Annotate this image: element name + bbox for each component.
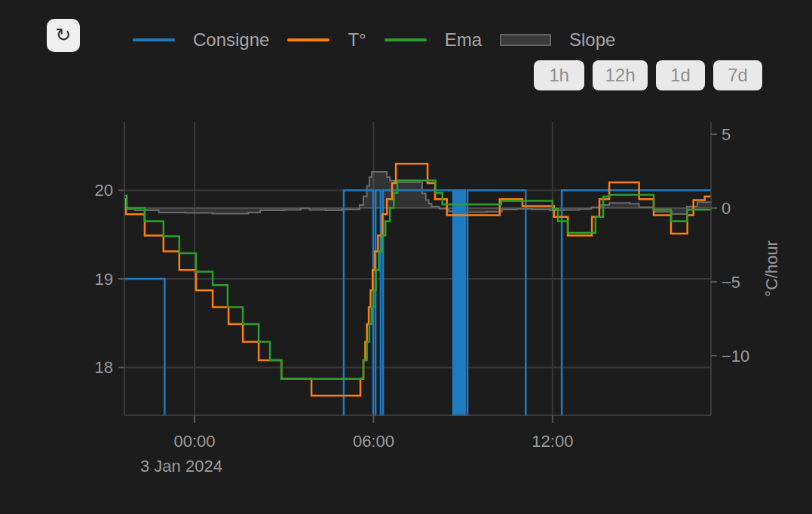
y2-axis-label: −10 — [722, 347, 749, 366]
range-button-1h[interactable]: 1h — [534, 60, 584, 90]
refresh-button[interactable]: ↻ — [47, 19, 80, 52]
legend-item-consigne[interactable]: Consigne — [133, 29, 269, 50]
legend-label-ema: Ema — [445, 29, 482, 50]
y2-axis-title: °C/hour — [762, 240, 781, 297]
consigne-line-swatch — [133, 38, 175, 41]
range-button-1d[interactable]: 1d — [656, 60, 705, 90]
y2-axis-label: 5 — [722, 125, 731, 144]
range-button-7d[interactable]: 7d — [713, 60, 762, 90]
time-range-buttons: 1h 12h 1d 7d — [534, 60, 762, 90]
refresh-icon: ↻ — [56, 24, 72, 46]
y2-axis-label: 0 — [722, 199, 731, 218]
gridlines — [124, 122, 711, 415]
y-axis-label: 20 — [95, 181, 113, 200]
ema-line-swatch — [385, 38, 427, 41]
x-axis-date-label: 3 Jan 2024 — [140, 457, 222, 476]
x-axis-label: 12:00 — [532, 432, 573, 451]
y-axis-label: 19 — [95, 270, 113, 289]
legend-label-temperature: T° — [348, 29, 366, 50]
legend-item-ema[interactable]: Ema — [385, 29, 482, 50]
legend-label-slope: Slope — [569, 29, 615, 50]
chart-legend: Consigne T° Ema Slope — [133, 29, 615, 50]
legend-item-slope[interactable]: Slope — [500, 29, 615, 50]
y2-axis-label: −5 — [722, 273, 740, 292]
range-button-12h[interactable]: 12h — [593, 60, 648, 90]
temperature-line-swatch — [287, 38, 329, 41]
legend-label-consigne: Consigne — [193, 29, 269, 50]
consigne-line[interactable] — [124, 191, 711, 457]
y-axis-label: 18 — [95, 358, 113, 377]
legend-item-temperature[interactable]: T° — [287, 29, 366, 50]
slope-area-swatch — [500, 34, 551, 46]
x-axis-label: 00:00 — [173, 432, 215, 451]
x-axis-label: 06:00 — [353, 432, 394, 451]
